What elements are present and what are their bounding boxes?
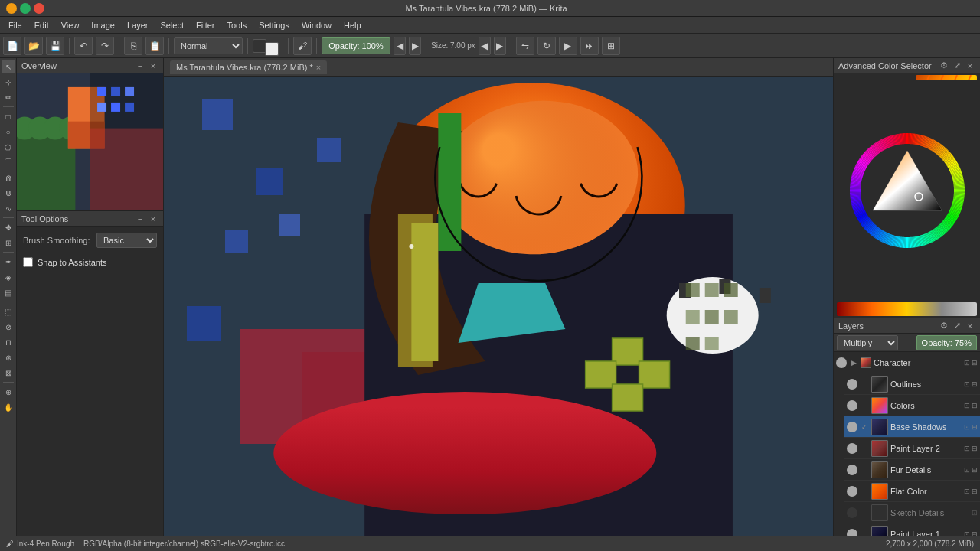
selection-poly-tool[interactable]: ⊓ (2, 335, 15, 349)
layer-row-character[interactable]: ▶ Character ⊡ ⊟ (834, 352, 980, 373)
brush-size-down[interactable]: ◀ (479, 37, 491, 55)
layers-list[interactable]: ▶ Character ⊡ ⊟ Outlines ⊡ ⊟ (834, 352, 980, 536)
brush-preset-button[interactable]: 🖌 (293, 37, 312, 55)
eyedropper-tool[interactable]: ✒ (2, 255, 15, 269)
overview-close-button[interactable]: × (148, 60, 158, 71)
color-selector-close-button[interactable]: × (965, 60, 975, 71)
close-button[interactable] (34, 3, 44, 14)
path-tool[interactable]: ⋒ (2, 171, 15, 184)
color-gradient-bar[interactable] (837, 302, 977, 316)
window-controls[interactable] (6, 3, 44, 14)
layer-row-paint2[interactable]: Paint Layer 2 ⊡ ⊟ (844, 438, 980, 459)
menu-layer[interactable]: Layer (122, 19, 154, 31)
menu-window[interactable]: Window (296, 19, 337, 31)
opacity-up-button[interactable]: ▶ (409, 37, 421, 55)
menu-filter[interactable]: Filter (191, 19, 220, 31)
mirror-tool-button[interactable]: ⇋ (516, 37, 534, 55)
open-button[interactable]: 📂 (24, 37, 43, 55)
freehand-tool[interactable]: ✏ (2, 90, 15, 104)
color-triangle-fill[interactable] (873, 151, 942, 210)
layer-visibility-base-shadows[interactable] (847, 422, 858, 432)
freehand-path-tool[interactable]: ∿ (2, 201, 15, 215)
menu-settings[interactable]: Settings (253, 19, 295, 31)
brush-smoothing-select[interactable]: Basic Weighted Stabilizer None (96, 233, 157, 248)
overview-minimize-button[interactable]: − (135, 60, 145, 71)
layer-row-paint1[interactable]: Paint Layer 1 ⊡ ⊟ (844, 523, 980, 536)
layer-row-fur-details[interactable]: Fur Details ⊡ ⊟ (844, 459, 980, 481)
snap-to-assistants-checkbox[interactable] (23, 257, 33, 267)
pan-tool[interactable]: ✋ (2, 400, 15, 414)
overview-title: Overview (21, 61, 57, 70)
brush-size-up[interactable]: ▶ (494, 37, 506, 55)
new-document-button[interactable]: 📄 (3, 37, 21, 55)
layer-visibility-colors[interactable] (847, 400, 858, 411)
layer-visibility-fur-details[interactable] (847, 465, 858, 475)
layer-row-outlines[interactable]: Outlines ⊡ ⊟ (844, 373, 980, 395)
crop-tool[interactable]: ⊞ (2, 236, 15, 249)
move-tool[interactable]: ✥ (2, 220, 15, 234)
transform-tool[interactable]: ⊹ (2, 75, 15, 89)
layer-row-colors[interactable]: Colors ⊡ ⊟ (844, 395, 980, 416)
canvas-tab-item[interactable]: Ms Tarantula Vibes.kra (778.2 MiB) * × (170, 60, 327, 74)
menu-select[interactable]: Select (155, 19, 189, 31)
layers-expand-button[interactable]: ⤢ (952, 321, 962, 331)
opacity-down-button[interactable]: ◀ (394, 37, 406, 55)
gradient-tool[interactable]: ▤ (2, 285, 15, 299)
polygon-tool[interactable]: ⬠ (2, 140, 15, 154)
menu-image[interactable]: Image (86, 19, 120, 31)
undo-button[interactable]: ↶ (74, 37, 93, 55)
color-wheel-area[interactable] (834, 80, 980, 301)
play-button[interactable]: ▶ (559, 37, 577, 55)
layer-row-base-shadows[interactable]: ✓ Base Shadows ⊡ ⊟ (844, 416, 980, 438)
end-button[interactable]: ⏭ (580, 37, 599, 55)
opacity-button[interactable]: Opacity: 100% (322, 37, 390, 54)
blend-mode-select[interactable]: Normal Multiply Screen Overlay (174, 37, 243, 54)
multipath-tool[interactable]: ⋓ (2, 186, 15, 200)
layer-visibility-character[interactable] (836, 357, 847, 368)
artwork-canvas[interactable] (164, 77, 833, 536)
menu-tools[interactable]: Tools (222, 19, 253, 31)
color-selector-expand-button[interactable]: ⤢ (952, 60, 962, 71)
wrap-button[interactable]: ⊞ (602, 37, 620, 55)
tool-options-close-button[interactable]: × (148, 214, 158, 224)
layer-opacity-button[interactable]: Opacity: 75% (916, 335, 977, 350)
layer-visibility-sketch-details[interactable] (847, 507, 858, 518)
redo-button[interactable]: ↷ (96, 37, 114, 55)
menu-help[interactable]: Help (338, 19, 367, 31)
layer-visibility-flat-color[interactable] (847, 486, 858, 497)
layers-settings-button[interactable]: ⚙ (939, 321, 949, 331)
selection-ellipse-tool[interactable]: ⊘ (2, 320, 15, 334)
rotate-button[interactable]: ↻ (537, 37, 556, 55)
menu-edit[interactable]: Edit (29, 19, 54, 31)
maximize-button[interactable] (20, 3, 31, 14)
zoom-tool[interactable]: ⊕ (2, 385, 15, 399)
layer-visibility-paint2[interactable] (847, 443, 858, 454)
menu-view[interactable]: View (56, 19, 85, 31)
color-selector-settings-button[interactable]: ⚙ (939, 60, 949, 71)
selection-freehand-tool[interactable]: ⊛ (2, 350, 15, 364)
minimize-button[interactable] (6, 3, 17, 14)
rect-tool[interactable]: □ (2, 109, 15, 123)
save-button[interactable]: 💾 (46, 37, 64, 55)
selection-rect-tool[interactable]: ⬚ (2, 305, 15, 318)
copy-button[interactable]: ⎘ (124, 37, 142, 55)
canvas-viewport[interactable] (164, 77, 833, 536)
contiguous-select-tool[interactable]: ⊠ (2, 366, 15, 380)
cursor-tool[interactable]: ↖ (2, 60, 15, 73)
bezier-tool[interactable]: ⌒ (2, 155, 15, 169)
menu-file[interactable]: File (3, 19, 28, 31)
ellipse-tool[interactable]: ○ (2, 125, 15, 139)
fill-tool[interactable]: ◈ (2, 270, 15, 284)
layers-close-button[interactable]: × (965, 321, 975, 331)
tool-options-minimize-button[interactable]: − (135, 214, 145, 224)
canvas-tab-close-button[interactable]: × (316, 63, 321, 72)
color-wheel-svg[interactable] (846, 129, 969, 252)
paste-button[interactable]: 📋 (145, 37, 164, 55)
layer-row-sketch-details[interactable]: Sketch Details ⊡ (844, 502, 980, 523)
layer-blend-mode-select[interactable]: Multiply Normal Screen Overlay (837, 335, 898, 350)
tool-options-header: Tool Options − × (17, 211, 163, 227)
layer-visibility-outlines[interactable] (847, 379, 858, 390)
background-color-button[interactable] (265, 42, 279, 56)
layer-row-flat-color[interactable]: Flat Color ⊡ ⊟ (844, 481, 980, 502)
layer-visibility-paint1[interactable] (847, 529, 858, 536)
